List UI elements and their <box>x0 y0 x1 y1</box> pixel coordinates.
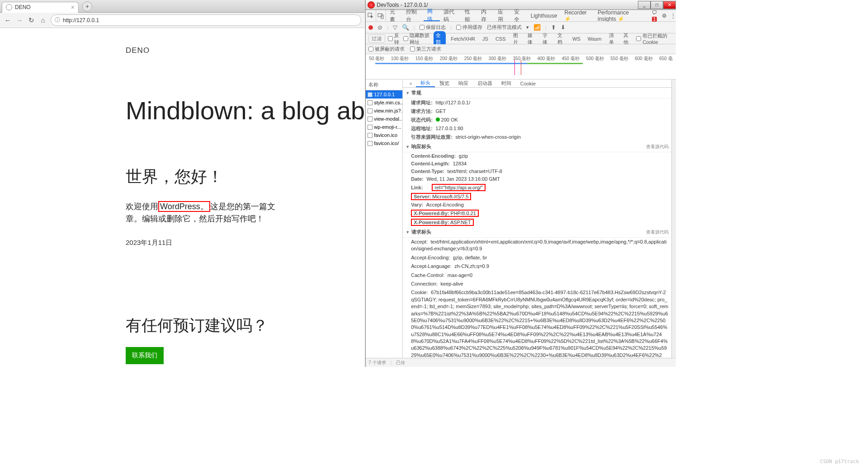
request-item[interactable]: 127.0.0.1 <box>366 90 402 98</box>
tab-lighthouse[interactable]: Lighthouse <box>527 10 561 21</box>
section-general[interactable]: ▼常规 <box>403 88 671 98</box>
browser-tab[interactable]: DENO × <box>2 2 79 13</box>
throttling-select[interactable]: 已停用节流模式 <box>487 24 522 31</box>
error-badge[interactable]: 🗩1 <box>652 9 658 22</box>
hide-data-checkbox[interactable]: 隐藏数据网址 <box>403 32 431 46</box>
scrollbar[interactable] <box>671 80 676 358</box>
tab-console[interactable]: 控制台 <box>402 10 424 21</box>
inspect-icon[interactable] <box>366 10 376 21</box>
window-title: DevTools - 127.0.0.1/ <box>377 2 428 8</box>
filter-input[interactable]: 过滤 <box>368 34 385 43</box>
tab-performance[interactable]: 性能 <box>461 10 477 21</box>
tab-application[interactable]: 应用 <box>494 10 510 21</box>
timeline-bar <box>527 63 583 64</box>
dtab-response[interactable]: 响应 <box>454 80 473 87</box>
more-icon[interactable]: ⋮ <box>670 13 676 19</box>
blocked-req-checkbox[interactable]: 被屏蔽的请求 <box>368 46 405 52</box>
chevron-down-icon[interactable]: ▾ <box>526 24 529 30</box>
filter-row: 过滤 反转 隐藏数据网址 全部 Fetch/XHR JS CSS 图片 媒体 字… <box>366 33 676 44</box>
post-body: 欢迎使用WordPress。这是您的第一篇文章。编辑或删除它，然后开始写作吧！ <box>126 201 279 225</box>
section-request-headers[interactable]: ▼请求标头查看源代码 <box>403 227 671 238</box>
filter-js[interactable]: JS <box>480 35 491 42</box>
download-icon[interactable]: ⬇ <box>561 24 566 31</box>
globe-icon: ⓘ <box>55 16 60 24</box>
tab-memory[interactable]: 内存 <box>477 10 494 21</box>
filter-row-2: 被屏蔽的请求 第三方请求 <box>366 44 676 54</box>
header-row: Content-Length: 12834 <box>403 160 671 168</box>
forward-button[interactable]: → <box>15 16 24 24</box>
tab-recorder[interactable]: Recorder ⚡ <box>561 10 594 21</box>
upload-icon[interactable]: ⬆ <box>551 24 556 31</box>
disable-cache-checkbox[interactable]: 停用缓存 <box>456 24 482 31</box>
invert-checkbox[interactable]: 反转 <box>388 32 401 46</box>
dtab-cookies[interactable]: Cookie <box>516 80 540 87</box>
page-headline: Mindblown: a blog ab <box>126 96 365 125</box>
section-heading: 有任何预订建议吗？ <box>126 315 365 336</box>
blocked-cookies-checkbox[interactable]: 有已拦截的 Cookie <box>636 33 673 45</box>
wordpress-highlight: WordPress。 <box>158 201 210 212</box>
network-footer: 7 个请求 | 已传 <box>366 358 676 367</box>
dtab-timing[interactable]: 时间 <box>497 80 516 87</box>
filter-ws[interactable]: WS <box>570 35 583 42</box>
request-item[interactable]: favicon.ico/ <box>366 139 402 147</box>
close-button[interactable]: ✕ <box>663 1 676 9</box>
minimize-button[interactable]: _ <box>638 1 651 9</box>
contact-button[interactable]: 联系我们 <box>126 347 164 364</box>
back-button[interactable]: ← <box>4 16 12 24</box>
request-list: 名称 127.0.0.1style.min.cs...view.min.js?.… <box>366 80 403 358</box>
section-response-headers[interactable]: ▼响应标头查看源代码 <box>403 141 671 152</box>
home-button[interactable]: ⌂ <box>39 16 47 24</box>
wifi-icon[interactable]: 📶 <box>533 24 541 31</box>
favicon-icon <box>6 4 12 10</box>
clear-button[interactable]: ⊘ <box>377 24 382 31</box>
maximize-button[interactable]: □ <box>651 1 663 9</box>
request-item[interactable]: style.min.cs... <box>366 98 402 107</box>
row-url: 请求网址: http://127.0.0.1/ <box>403 98 671 107</box>
chrome-icon <box>368 1 375 9</box>
tab-network[interactable]: 网络 <box>424 10 440 21</box>
request-item[interactable]: wp-emoji-r... <box>366 123 402 131</box>
address-bar: ← → ↻ ⌂ ⓘ http://127.0.0.1 <box>0 13 365 28</box>
url-input[interactable]: ⓘ http://127.0.0.1 <box>51 14 361 26</box>
row-method: 请求方法: GET <box>403 107 671 116</box>
filter-css[interactable]: CSS <box>493 35 508 42</box>
column-name[interactable]: 名称 <box>366 80 402 90</box>
header-row: X-Powered-By: PHP/8.0.21 <box>403 209 671 218</box>
request-item[interactable]: view.min.js?... <box>366 107 402 115</box>
new-tab-button[interactable]: + <box>82 1 92 11</box>
request-count: 7 个请求 <box>368 360 386 366</box>
tab-elements[interactable]: 元素 <box>386 10 402 21</box>
dtab-initiator[interactable]: 启动器 <box>473 80 497 87</box>
tab-perf-insights[interactable]: Performance insights ⚡ <box>594 10 652 21</box>
search-icon[interactable]: 🔍 <box>402 24 409 31</box>
filter-wasm[interactable]: Wasm <box>585 35 604 42</box>
url-text: http://127.0.0.1 <box>63 17 99 23</box>
tab-sources[interactable]: 源代码 <box>440 10 461 21</box>
reload-button[interactable]: ↻ <box>27 16 35 24</box>
device-icon[interactable] <box>376 10 386 21</box>
post-title[interactable]: 世界，您好！ <box>126 166 365 188</box>
tab-security[interactable]: 安全 <box>510 10 527 21</box>
filter-icon[interactable]: ▽ <box>393 24 397 31</box>
timeline[interactable]: 50 毫秒100 毫秒150 毫秒200 毫秒250 毫秒300 毫秒350 毫… <box>366 54 676 80</box>
page-content: DENO Mindblown: a blog ab 世界，您好！ 欢迎使用Wor… <box>0 28 365 367</box>
dtab-headers[interactable]: 标头 <box>416 80 435 87</box>
preserve-log-checkbox[interactable]: 保留日志 <box>420 24 446 31</box>
filter-fetch[interactable]: Fetch/XHR <box>448 35 477 42</box>
transferred: 已传 <box>396 360 405 366</box>
request-item[interactable]: view-modal... <box>366 115 402 123</box>
close-detail-icon[interactable]: × <box>406 80 415 87</box>
site-title[interactable]: DENO <box>126 46 365 55</box>
dtab-preview[interactable]: 预览 <box>435 80 454 87</box>
settings-icon[interactable]: ⚙ <box>662 13 667 19</box>
close-icon[interactable]: × <box>71 4 75 11</box>
header-row: Content-Encoding: gzip <box>403 152 671 160</box>
third-party-checkbox[interactable]: 第三方请求 <box>410 46 441 52</box>
request-item[interactable]: favicon.ico <box>366 131 402 139</box>
devtools-tabbar: 元素 控制台 网络 源代码 性能 内存 应用 安全 Lighthouse Rec… <box>366 10 676 22</box>
record-button[interactable] <box>368 25 373 30</box>
post-date: 2023年1月11日 <box>126 239 365 247</box>
header-row: Connection: keep-alive <box>403 280 671 288</box>
timeline-marker <box>514 60 515 75</box>
row-status: 状态代码: 200 OK <box>403 116 671 124</box>
